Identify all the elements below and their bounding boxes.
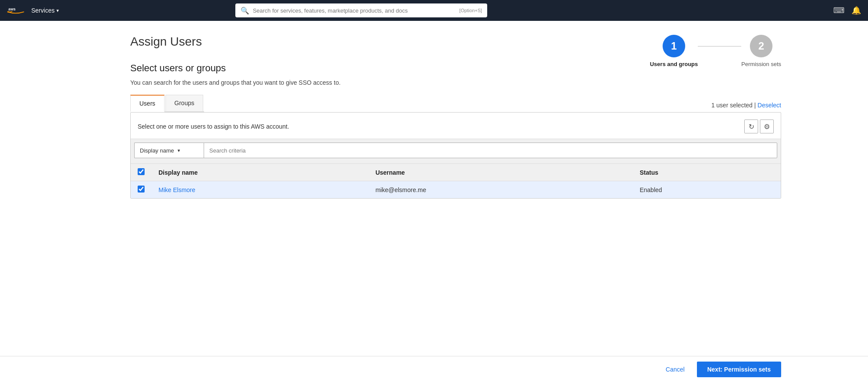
- users-table-body: Mike Elsmore mike@elsmore.me Enabled: [131, 181, 781, 199]
- deselect-link[interactable]: Deselect: [758, 102, 781, 109]
- tab-users[interactable]: Users: [130, 95, 165, 112]
- row-username: mike@elsmore.me: [369, 181, 633, 199]
- step-1: 1 Users and groups: [650, 35, 698, 67]
- row-display-name: Mike Elsmore: [152, 181, 369, 199]
- users-table: Display name Username Status Mike Elsmor…: [131, 163, 781, 198]
- main-content: 1 Users and groups 2 Permission sets Ass…: [0, 21, 868, 382]
- svg-text:aws: aws: [8, 7, 16, 11]
- stepper: 1 Users and groups 2 Permission sets: [650, 35, 781, 67]
- step-2-circle: 2: [750, 35, 772, 57]
- nav-icons: ⌨ 🔔: [833, 6, 861, 15]
- services-chevron-icon: ▾: [56, 8, 59, 13]
- header-checkbox-cell: [131, 164, 152, 181]
- step-1-circle: 1: [663, 35, 685, 57]
- aws-logo: aws: [7, 4, 24, 17]
- row-checkbox[interactable]: [138, 186, 145, 193]
- tab-bar: Users Groups: [130, 95, 204, 112]
- user-link[interactable]: Mike Elsmore: [158, 186, 195, 193]
- step-connector: [698, 46, 741, 47]
- step-2-label: Permission sets: [741, 61, 781, 67]
- step-2: 2 Permission sets: [741, 35, 781, 67]
- terminal-icon[interactable]: ⌨: [833, 6, 845, 15]
- toolbar-icons: ↻ ⚙: [744, 120, 774, 133]
- search-row: Display name ▾: [131, 139, 781, 163]
- search-field-dropdown[interactable]: Display name ▾: [134, 143, 204, 158]
- cancel-button[interactable]: Cancel: [659, 362, 692, 376]
- settings-button[interactable]: ⚙: [760, 120, 774, 133]
- top-navigation: aws Services ▾ 🔍 [Option+S] ⌨ 🔔: [0, 0, 868, 21]
- tab-groups[interactable]: Groups: [165, 95, 204, 111]
- search-input[interactable]: [253, 7, 456, 14]
- table-header: Display name Username Status: [131, 164, 781, 181]
- section-description: You can search for the users and groups …: [130, 79, 781, 86]
- col-display-name-header: Display name: [152, 164, 369, 181]
- bell-icon[interactable]: 🔔: [851, 6, 861, 15]
- bottom-action-bar: Cancel Next: Permission sets: [0, 356, 868, 382]
- search-icon: 🔍: [241, 7, 249, 15]
- search-shortcut: [Option+S]: [459, 8, 482, 13]
- next-button[interactable]: Next: Permission sets: [697, 362, 781, 377]
- row-status: Enabled: [633, 181, 781, 199]
- col-username-header: Username: [369, 164, 633, 181]
- table-help-text: Select one or more users to assign to th…: [138, 123, 289, 130]
- services-menu-button[interactable]: Services ▾: [31, 7, 59, 14]
- select-all-checkbox[interactable]: [138, 168, 145, 175]
- step-1-label: Users and groups: [650, 61, 698, 67]
- table-row: Mike Elsmore mike@elsmore.me Enabled: [131, 181, 781, 199]
- selection-info: 1 user selected | Deselect: [711, 102, 781, 109]
- global-search-bar[interactable]: 🔍 [Option+S]: [235, 3, 487, 17]
- row-checkbox-cell: [131, 181, 152, 199]
- refresh-button[interactable]: ↻: [744, 120, 758, 133]
- search-criteria-input[interactable]: [204, 143, 777, 158]
- users-table-container: Select one or more users to assign to th…: [130, 112, 781, 199]
- dropdown-chevron-icon: ▾: [178, 148, 180, 153]
- table-toolbar: Select one or more users to assign to th…: [131, 113, 781, 139]
- col-status-header: Status: [633, 164, 781, 181]
